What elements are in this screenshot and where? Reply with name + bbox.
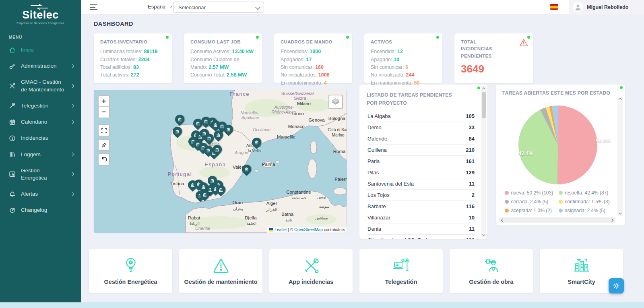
- pie-label-nueva: 50.2%: [596, 138, 611, 144]
- sidebar-item-telegestion[interactable]: Telegestión: [0, 98, 81, 114]
- scroll-right-icon: [610, 217, 615, 223]
- brand-tagline: Empresa de Servicios Energéticos: [0, 22, 81, 25]
- sidebar-item-loggers[interactable]: Loggers: [0, 147, 81, 163]
- status-dot: [527, 36, 530, 39]
- map-marker[interactable]: [216, 185, 226, 196]
- breadcrumb-arrow: ›: [170, 4, 172, 9]
- card-cuadros-de-mando: CUADROS DE MANDO Encendidos: 1000 Apagad…: [274, 33, 352, 83]
- legend-item[interactable]: confirmada: 1.5% (3): [559, 199, 609, 205]
- crossed-tools-icon: [9, 83, 16, 89]
- flag-spain-icon[interactable]: [550, 4, 558, 10]
- bar-chart-icon: [9, 171, 16, 178]
- alert-circle-icon: [9, 135, 16, 142]
- breadcrumb[interactable]: España: [148, 4, 165, 10]
- sidebar-item-gmao[interactable]: GMAO - Gestión de Mantenimiento: [0, 74, 81, 97]
- fullscreen-button[interactable]: [98, 124, 110, 136]
- task-row[interactable]: Galende84: [367, 133, 475, 145]
- legend-item[interactable]: cerrada: 2.4% (5): [505, 199, 553, 205]
- map-label: قسنطينة: [292, 196, 306, 200]
- pie-horizontal-scrollbar[interactable]: [499, 217, 615, 223]
- card-consumo-last-job: CONSUMO LAST JOB Consumo Activos: 13.40 …: [184, 33, 262, 83]
- status-dot: [620, 86, 623, 89]
- key-icon: [9, 63, 16, 70]
- sidebar: Sitelec Empresa de Servicios Energéticos…: [0, 0, 81, 302]
- map-marker[interactable]: [214, 130, 223, 142]
- zoom-out-button[interactable]: −: [99, 107, 109, 118]
- sidebar-item-alertas[interactable]: Alertas: [0, 186, 81, 202]
- map-label: Città di San: [328, 128, 347, 132]
- chevron-right-icon: [70, 104, 74, 108]
- task-row[interactable]: Denia11: [367, 223, 475, 235]
- leaflet-link[interactable]: Leaflet: [275, 227, 287, 232]
- map-marker[interactable]: [173, 127, 182, 138]
- tasks-panel: LISTADO DE TAREAS PENDIENTES POR PROYECT…: [359, 85, 487, 239]
- footer-strip: [0, 302, 644, 308]
- sidebar-item-incidencias[interactable]: Incidencias: [0, 130, 81, 146]
- task-row[interactable]: Climatizacion y ACS- Parla120: [367, 235, 475, 239]
- task-row[interactable]: Villanázar10: [367, 212, 475, 223]
- task-row[interactable]: Demo33: [367, 122, 475, 133]
- map-label: Bologna: [328, 116, 345, 121]
- task-row[interactable]: Santovenia del Esla11: [367, 178, 475, 190]
- sidebar-item-changelog[interactable]: Changelog: [0, 202, 81, 218]
- map-label: Genova: [308, 118, 324, 122]
- undo-button[interactable]: [98, 153, 110, 165]
- map-label: Batna: [281, 212, 293, 217]
- project-select[interactable]: Seleccionar: [173, 2, 264, 13]
- task-row[interactable]: Parla161: [367, 156, 475, 167]
- tasks-scrollbar[interactable]: [481, 86, 486, 237]
- pin-button[interactable]: [98, 139, 110, 151]
- map-label: وهران: [233, 207, 243, 211]
- map-label: الجلفة: [247, 221, 257, 225]
- map-marker[interactable]: [200, 190, 210, 201]
- scroll-down-icon: [617, 211, 623, 216]
- legend-item[interactable]: aceptada: 1.0% (2): [505, 208, 553, 213]
- shortcut-gestion-energetica[interactable]: Gestión Energética: [89, 249, 172, 293]
- map-label: Marino: [332, 132, 345, 137]
- task-row[interactable]: La Algaba105: [367, 111, 475, 122]
- building-icon: [214, 183, 227, 196]
- task-row[interactable]: Pilas129: [367, 167, 475, 178]
- page-title: DASHBOARD: [94, 21, 133, 27]
- map-marker[interactable]: [242, 165, 252, 176]
- shortcut-app-incidencias[interactable]: App incidencias: [269, 249, 353, 293]
- task-row[interactable]: Los Tojos2: [367, 190, 475, 201]
- zoom-in-button[interactable]: +: [99, 96, 109, 107]
- brand-logo[interactable]: Sitelec Empresa de Servicios Energéticos: [0, 0, 81, 25]
- legend-item[interactable]: nueva: 50.2% (103): [505, 190, 553, 196]
- pie-chart[interactable]: [518, 105, 597, 184]
- ukraine-flag-icon: [269, 228, 273, 232]
- map-marker[interactable]: [213, 145, 222, 156]
- map-marker[interactable]: [224, 125, 233, 136]
- layers-control[interactable]: [328, 95, 343, 109]
- chevron-down-icon: [255, 5, 260, 10]
- sidebar-item-calendario[interactable]: Calendario: [0, 114, 81, 130]
- crossed-tools-icon: [302, 256, 320, 275]
- wrench-icon: [9, 102, 16, 109]
- user-menu[interactable]: Miguel Rebolledo: [569, 0, 644, 14]
- pie-vertical-scrollbar[interactable]: [617, 97, 623, 216]
- task-row[interactable]: Guillena210: [367, 145, 475, 156]
- legend-item[interactable]: resuelta: 42.4% (87): [559, 190, 609, 196]
- map-label: la Vella: [248, 148, 261, 153]
- hamburger-menu-icon[interactable]: [90, 4, 98, 11]
- map-panel[interactable]: FranceSuisse/Svizzera/SvizraMilanoTorino…: [94, 90, 347, 233]
- sidebar-item-inicio[interactable]: Inicio: [0, 42, 81, 58]
- shortcut-gestion-mantenimiento[interactable]: Gestión de mantenimiento: [179, 249, 262, 293]
- sidebar-item-administracion[interactable]: Administracion: [0, 58, 81, 74]
- status-dot: [477, 87, 480, 89]
- osm-link[interactable]: © OpenStreetMap: [290, 227, 323, 232]
- brand-name: Sitelec: [0, 10, 81, 21]
- map-marker[interactable]: [252, 138, 262, 149]
- task-row[interactable]: Barbate116: [367, 201, 475, 212]
- map-label: Marseille: [277, 134, 295, 139]
- settings-fab[interactable]: [609, 278, 624, 294]
- legend-item[interactable]: asignada: 2.4% (5): [559, 208, 609, 213]
- map-label: Alger: [266, 201, 277, 206]
- history-icon: [9, 207, 16, 214]
- sidebar-item-gestion-energetica[interactable]: Gestión Energética: [0, 163, 81, 186]
- shortcut-telegestion[interactable]: Telegestión: [359, 249, 443, 293]
- shortcut-gestion-obra[interactable]: Gestión de obra: [450, 249, 533, 293]
- map-label: تونس: [317, 195, 326, 199]
- map-marker[interactable]: [175, 115, 185, 126]
